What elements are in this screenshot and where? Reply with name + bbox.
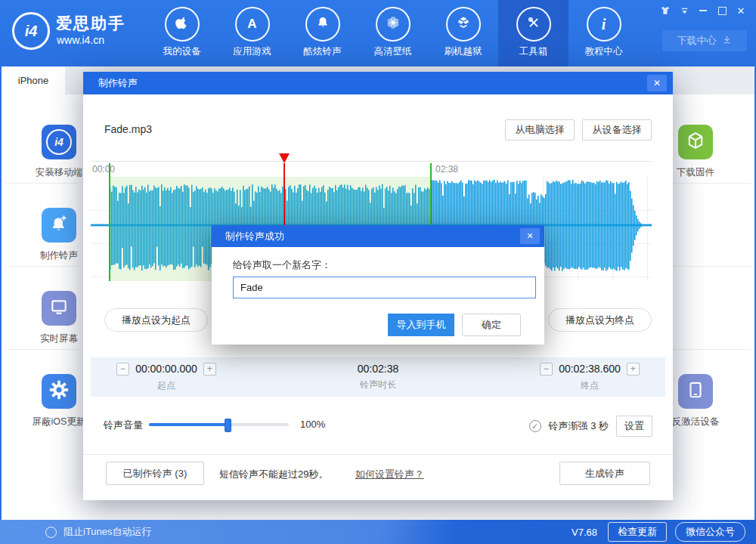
- i4-logo-icon: i4: [12, 12, 50, 50]
- status-bar: 阻止iTunes自动运行 V7.68 检查更新 微信公众号: [0, 520, 756, 544]
- new-name-label: 给铃声取一个新名字：: [233, 258, 331, 272]
- appstore-icon: A: [247, 17, 256, 32]
- dialog-close-icon[interactable]: ✕: [647, 75, 667, 91]
- version-text: V7.68: [572, 527, 597, 538]
- nav-my-devices[interactable]: 我的设备: [147, 0, 217, 66]
- success-dialog-title: 制作铃声成功: [225, 230, 284, 242]
- import-to-phone-button[interactable]: 导入到手机: [388, 314, 454, 336]
- duration-value: 00:02:38: [358, 363, 399, 375]
- info-icon: i: [602, 16, 606, 33]
- nav-label: 酷炫铃声: [304, 45, 342, 58]
- block-itunes-checkbox[interactable]: [45, 527, 57, 538]
- generate-ringtone-button[interactable]: 生成铃声: [559, 462, 650, 485]
- time-strip: − 00:00:00.000 + 起点 00:02:38 铃声时长 − 00:0…: [91, 357, 665, 397]
- bell-icon: [315, 15, 330, 33]
- tablet-icon: [686, 380, 705, 403]
- header: i4 爱思助手 www.i4.cn 我的设备 A 应用游戏 酷炫铃声: [0, 0, 756, 66]
- playhead-triangle-icon: [279, 153, 290, 163]
- ok-button[interactable]: 确定: [462, 314, 521, 336]
- file-name: Fade.mp3: [104, 123, 152, 135]
- dialog-footer: 已制作铃声 (3) 短信铃声不能超过29秒。 如何设置铃声？ 生成铃声: [83, 454, 673, 500]
- start-plus-button[interactable]: +: [203, 363, 216, 376]
- sms-hint-text: 短信铃声不能超过29秒。: [219, 468, 328, 481]
- success-dialog-titlebar: 制作铃声成功 ✕: [212, 225, 544, 247]
- volume-percent: 100%: [300, 419, 325, 430]
- nav-label: 教程中心: [585, 45, 623, 58]
- window-controls: ✕: [659, 5, 747, 16]
- volume-slider-thumb[interactable]: [225, 419, 231, 432]
- end-plus-button[interactable]: +: [627, 363, 640, 376]
- duration-label: 铃声时长: [360, 379, 396, 391]
- end-time-label: 终点: [581, 379, 599, 392]
- nav-label: 工具箱: [519, 45, 548, 58]
- timeline-end-label: 02:38: [435, 164, 458, 175]
- app-title: 爱思助手: [56, 13, 125, 34]
- how-to-set-link[interactable]: 如何设置铃声？: [355, 468, 424, 481]
- download-center-button[interactable]: 下载中心: [662, 30, 747, 51]
- nav-tutorials[interactable]: i 教程中心: [569, 0, 639, 66]
- nav-jailbreak[interactable]: 刷机越狱: [428, 0, 498, 66]
- fade-settings-button[interactable]: 设置: [616, 416, 652, 437]
- duration-group: 00:02:38 铃声时长: [242, 357, 514, 397]
- start-time-value: 00:00:00.000: [135, 363, 197, 375]
- nav-apps-games[interactable]: A 应用游戏: [217, 0, 287, 66]
- volume-slider-fill: [149, 423, 228, 426]
- end-minus-button[interactable]: −: [540, 363, 553, 376]
- minimize-to-tray-icon[interactable]: [678, 5, 690, 16]
- success-close-icon[interactable]: ✕: [520, 228, 540, 244]
- minimize-icon[interactable]: [697, 5, 709, 16]
- start-time-label: 起点: [157, 379, 175, 392]
- cube-icon: [685, 130, 706, 154]
- block-itunes-label: 阻止iTunes自动运行: [64, 525, 152, 539]
- set-start-button[interactable]: 播放点设为起点: [104, 308, 208, 332]
- gear-icon: [48, 379, 70, 403]
- tab-iphone[interactable]: iPhone: [2, 66, 65, 94]
- download-center-label: 下载中心: [677, 34, 717, 48]
- success-dialog: 制作铃声成功 ✕ 给铃声取一个新名字： 导入到手机 确定: [212, 225, 544, 345]
- divider: [6, 266, 79, 267]
- skin-shirt-icon[interactable]: [659, 5, 671, 16]
- volume-label: 铃声音量: [104, 419, 143, 432]
- select-from-pc-button[interactable]: 从电脑选择: [505, 119, 575, 141]
- nav-label: 刷机越狱: [445, 45, 482, 58]
- made-ringtones-button[interactable]: 已制作铃声 (3): [106, 462, 204, 485]
- check-circle-icon[interactable]: ✓: [529, 420, 541, 432]
- bell-plus-icon: [48, 213, 70, 237]
- nav-ringtones[interactable]: 酷炫铃声: [287, 0, 358, 66]
- monitor-icon: [49, 297, 69, 320]
- apple-icon: [174, 14, 191, 34]
- maximize-icon[interactable]: [716, 5, 728, 16]
- wallpaper-flower-icon: [385, 14, 401, 34]
- divider: [670, 349, 751, 350]
- nav-wallpapers[interactable]: 高清壁纸: [358, 0, 428, 66]
- check-update-button[interactable]: 检查更新: [608, 522, 667, 542]
- divider: [6, 349, 79, 350]
- main-nav: 我的设备 A 应用游戏 酷炫铃声 高清壁纸: [147, 0, 639, 66]
- jailbreak-box-icon: [456, 15, 471, 33]
- end-time-group: − 00:02:38.600 + 终点: [514, 357, 665, 397]
- ringtone-name-input[interactable]: [233, 277, 536, 298]
- divider: [670, 183, 751, 184]
- i4-app-icon: i4: [46, 129, 72, 155]
- close-icon[interactable]: ✕: [735, 5, 747, 16]
- nav-label: 高清壁纸: [374, 45, 412, 58]
- start-minus-button[interactable]: −: [116, 363, 129, 376]
- window-left-edge: [0, 66, 2, 520]
- nav-label: 我的设备: [163, 45, 201, 58]
- volume-slider[interactable]: [149, 423, 289, 426]
- wechat-account-button[interactable]: 微信公众号: [675, 522, 745, 542]
- nav-label: 应用游戏: [234, 45, 271, 58]
- divider: [670, 266, 751, 267]
- select-from-device-button[interactable]: 从设备选择: [582, 119, 652, 141]
- nav-toolbox[interactable]: 工具箱: [498, 0, 569, 66]
- download-icon: [721, 34, 733, 48]
- start-marker[interactable]: [109, 163, 110, 281]
- toolbox-icon: [526, 15, 541, 33]
- set-end-button[interactable]: 播放点设为终点: [548, 308, 652, 332]
- end-time-value: 00:02:38.600: [559, 363, 621, 375]
- fade-in-label: 铃声渐强 3 秒: [549, 419, 609, 433]
- ringtone-dialog-title: 制作铃声: [98, 77, 138, 88]
- timeline-start-label: 00:00: [92, 164, 115, 175]
- app-url: www.i4.cn: [57, 34, 104, 46]
- fade-in-cluster: ✓ 铃声渐强 3 秒 设置: [529, 416, 652, 437]
